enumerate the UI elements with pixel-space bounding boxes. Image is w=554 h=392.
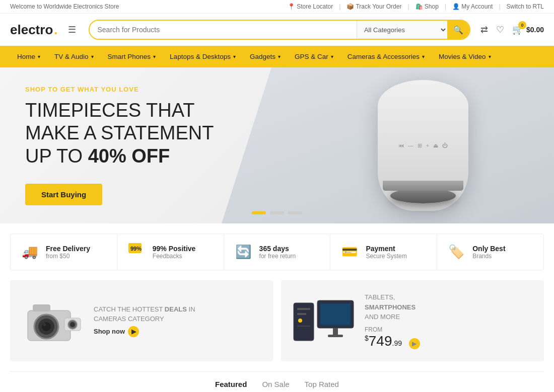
hero-banner: ⏮—⊞+⏏⏻ SHOP TO GET WHAT YOU LOVE TIMEPIE… xyxy=(0,67,554,223)
welcome-text: Welcome to Worldwide Electronics Store xyxy=(10,3,119,10)
svg-point-14 xyxy=(298,319,302,323)
brands-sub: Brands xyxy=(472,253,505,260)
hero-cta-button[interactable]: Start Buying xyxy=(25,184,102,205)
dot-2[interactable] xyxy=(270,211,284,214)
hero-title: TIMEPIECES THAT MAKE A STATEMENT UP TO 4… xyxy=(25,99,214,168)
svg-rect-20 xyxy=(328,335,343,337)
promo-tablets-catch: TABLETS,SMARTPHONESAND MORE xyxy=(365,292,420,322)
nav-item-gadgets[interactable]: Gadgets ▾ xyxy=(243,46,288,67)
chevron-down-icon: ▾ xyxy=(422,54,425,59)
dot-3[interactable] xyxy=(288,211,302,214)
hero-line2: MAKE A STATEMENT xyxy=(25,122,214,143)
delivery-sub: from $50 xyxy=(46,253,90,260)
cart-total: $0.00 xyxy=(526,26,544,34)
feedback-title: 99% Positive xyxy=(153,245,196,253)
payment-icon: 💳 xyxy=(340,244,359,260)
promo-banners: CATCH THE HOTTEST DEALS INCAMERAS CATEGO… xyxy=(10,280,544,361)
tabs-container: Featured On Sale Top Rated xyxy=(215,380,339,393)
hero-line3-prefix: UP TO xyxy=(25,145,88,167)
my-account-link[interactable]: 👤 My Account xyxy=(452,3,493,10)
nav-item-smart-phones[interactable]: Smart Phones ▾ xyxy=(101,46,163,67)
delivery-icon: 🚚 xyxy=(21,244,39,260)
cameras-shop-now[interactable]: Shop now ▶ xyxy=(94,326,139,337)
return-sub: for free return xyxy=(259,253,296,260)
hero-subtitle: SHOP TO GET WHAT YOU LOVE xyxy=(25,86,214,93)
hamburger-menu[interactable]: ☰ xyxy=(68,24,76,35)
header: electro. ☰ All Categories TV & Audio Sma… xyxy=(0,14,554,46)
feature-return: 🔄 365 days for free return xyxy=(224,234,331,270)
main-nav: Home ▾ TV & Audio ▾ Smart Phones ▾ Lapto… xyxy=(0,46,554,67)
chevron-down-icon: ▾ xyxy=(331,54,333,59)
track-order-link[interactable]: 📦 Track Your Order xyxy=(347,3,401,10)
search-bar: All Categories TV & Audio Smart Phones L… xyxy=(89,20,470,40)
cart-button[interactable]: 🛒 0 $0.00 xyxy=(512,24,544,35)
nav-item-laptops[interactable]: Laptops & Desktops ▾ xyxy=(163,46,243,67)
svg-point-10 xyxy=(70,322,75,327)
promo-cameras-text: CATCH THE HOTTEST DEALS INCAMERAS CATEGO… xyxy=(94,304,195,337)
svg-rect-19 xyxy=(333,328,338,335)
store-locator-link[interactable]: 📍 Store Locator xyxy=(288,3,333,10)
tablets-arrow-icon[interactable]: ▶ xyxy=(409,338,420,349)
svg-text:99%: 99% xyxy=(130,246,142,252)
arrow-circle-icon: ▶ xyxy=(128,326,139,337)
nav-item-tv-audio[interactable]: TV & Audio ▾ xyxy=(47,46,101,67)
nav-item-movies[interactable]: Movies & Video ▾ xyxy=(432,46,498,67)
hero-line1: TIMEPIECES THAT xyxy=(25,100,194,121)
logo-dot: . xyxy=(54,22,57,38)
chevron-down-icon: ▾ xyxy=(91,54,94,59)
delivery-title: Free Delivery xyxy=(46,245,90,253)
feature-feedback: 99% 99% Positive Feedbacks xyxy=(117,234,224,270)
feature-payment: 💳 Payment Secure System xyxy=(330,234,437,270)
payment-title: Payment xyxy=(366,245,406,253)
svg-rect-12 xyxy=(297,308,310,310)
nav-item-home[interactable]: Home ▾ xyxy=(10,46,47,67)
return-title: 365 days xyxy=(259,245,296,253)
shop-link[interactable]: 🛍️ Shop xyxy=(416,3,439,10)
dot-1[interactable] xyxy=(252,211,266,214)
promo-cameras: CATCH THE HOTTEST DEALS INCAMERAS CATEGO… xyxy=(10,280,273,361)
top-bar: Welcome to Worldwide Electronics Store 📍… xyxy=(0,0,554,14)
tab-featured[interactable]: Featured xyxy=(215,380,247,393)
chevron-down-icon: ▾ xyxy=(153,54,156,59)
brands-title: Only Best xyxy=(472,245,505,253)
search-button[interactable]: 🔍 xyxy=(447,21,469,39)
feedback-sub: Feedbacks xyxy=(153,253,196,260)
tab-top-rated[interactable]: Top Rated xyxy=(305,380,339,393)
feature-delivery: 🚚 Free Delivery from $50 xyxy=(11,234,117,270)
hero-dots xyxy=(252,211,302,214)
rtl-switch[interactable]: Switch to RTL xyxy=(507,3,544,10)
nav-item-cameras[interactable]: Cameras & Accessories ▾ xyxy=(340,46,432,67)
brands-icon: 🏷️ xyxy=(447,244,465,260)
nav-item-gps-car[interactable]: GPS & Car ▾ xyxy=(288,46,340,67)
svg-rect-3 xyxy=(33,304,50,311)
wishlist-icon[interactable]: ♡ xyxy=(496,24,504,35)
top-bar-right: 📍 Store Locator | 📦 Track Your Order | 🛍… xyxy=(288,3,544,10)
feedback-icon: 99% xyxy=(127,243,146,261)
feature-brands: 🏷️ Only Best Brands xyxy=(437,234,543,270)
logo[interactable]: electro. xyxy=(10,22,58,38)
product-tabs: Featured On Sale Top Rated xyxy=(10,371,544,393)
compare-icon[interactable]: ⇄ xyxy=(480,24,488,35)
tab-on-sale[interactable]: On Sale xyxy=(262,380,289,393)
hero-content: SHOP TO GET WHAT YOU LOVE TIMEPIECES THA… xyxy=(0,70,239,221)
cart-badge: 0 xyxy=(518,21,526,29)
promo-tablets-image xyxy=(291,295,357,346)
svg-point-6 xyxy=(42,322,51,331)
promo-cameras-image xyxy=(20,295,86,346)
svg-rect-13 xyxy=(297,313,306,315)
logo-text: electro xyxy=(10,22,53,38)
payment-sub: Secure System xyxy=(366,253,406,260)
chevron-down-icon: ▾ xyxy=(233,54,236,59)
features-bar: 🚚 Free Delivery from $50 99% 99% Positiv… xyxy=(10,233,544,270)
chevron-down-icon: ▾ xyxy=(38,54,40,59)
return-icon: 🔄 xyxy=(234,244,252,260)
promo-cameras-catch: CATCH THE HOTTEST DEALS INCAMERAS CATEGO… xyxy=(94,304,195,324)
hero-product-image: ⏮—⊞+⏏⏻ xyxy=(353,72,494,218)
cart-icon: 🛒 0 xyxy=(512,24,523,35)
chevron-down-icon: ▾ xyxy=(278,54,281,59)
promo-tablets-text: TABLETS,SMARTPHONESAND MORE FROM $749.99… xyxy=(365,292,420,349)
svg-point-7 xyxy=(43,323,46,326)
promo-tablets: TABLETS,SMARTPHONESAND MORE FROM $749.99… xyxy=(281,280,544,361)
search-input[interactable] xyxy=(90,21,357,39)
category-select[interactable]: All Categories TV & Audio Smart Phones L… xyxy=(357,21,447,39)
